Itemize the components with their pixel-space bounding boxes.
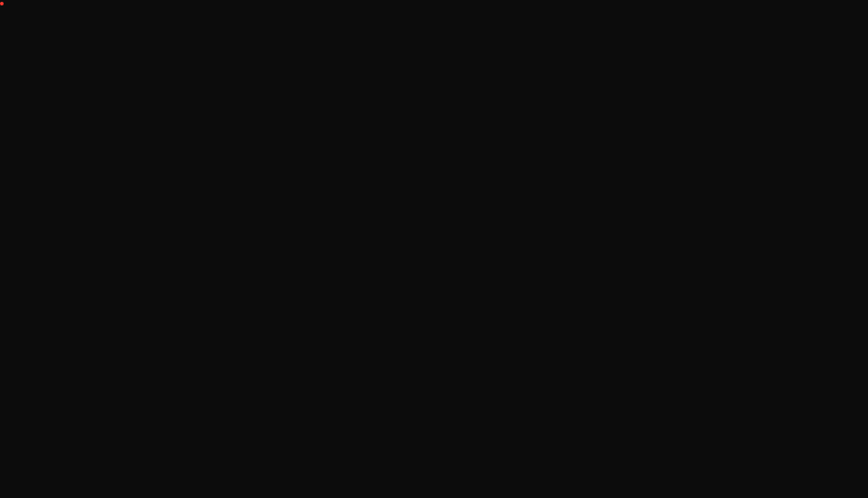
terminal-output (0, 0, 868, 2)
highlight-box (0, 2, 4, 5)
